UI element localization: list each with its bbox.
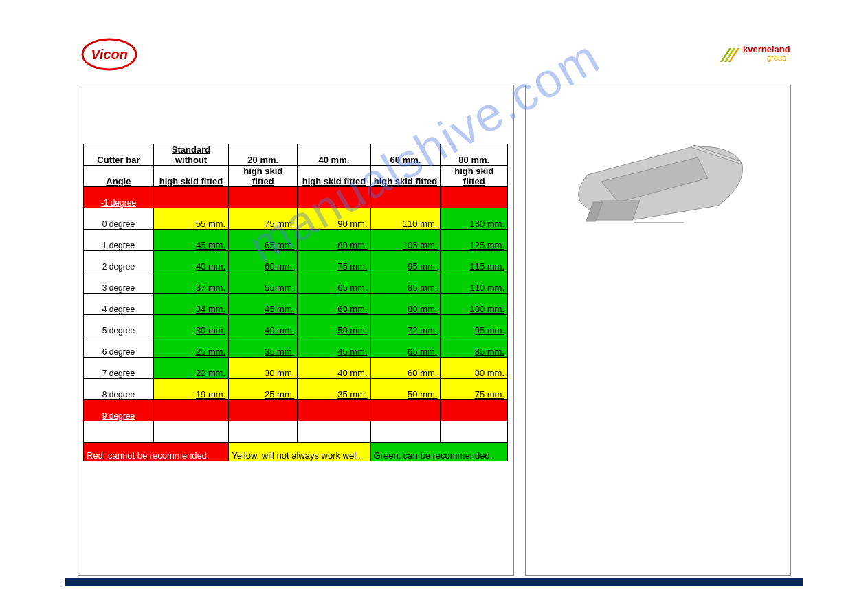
value-cell: 80 mm. [298, 230, 370, 251]
value-cell [153, 187, 228, 208]
value-cell: 75 mm. [441, 379, 508, 400]
value-cell: 22 mm. [153, 358, 228, 379]
table-panel: Cutter bar Standard without 20 mm. 40 mm… [78, 85, 514, 576]
angle-cell: 5 degree [84, 315, 154, 336]
table-row: 3 degree37 mm.55 mm.65 mm.85 mm.110 mm. [84, 272, 508, 294]
value-cell: 55 mm. [153, 208, 228, 230]
value-cell: 110 mm. [441, 272, 508, 294]
value-cell: 30 mm. [153, 315, 228, 336]
value-cell: 85 mm. [370, 272, 441, 294]
cutter-bar-table: Cutter bar Standard without 20 mm. 40 mm… [83, 144, 508, 461]
value-cell [370, 400, 441, 421]
value-cell: 35 mm. [298, 379, 370, 400]
angle-cell: 6 degree [84, 336, 154, 358]
value-cell [441, 400, 508, 421]
value-cell: 25 mm. [153, 336, 228, 358]
value-cell: 65 mm. [370, 336, 441, 358]
legend-red: Red, cannot be recommended. [84, 443, 229, 461]
value-cell: 85 mm. [441, 336, 508, 358]
value-cell: 50 mm. [298, 315, 370, 336]
hdr-cutter-bar: Cutter bar [84, 144, 154, 166]
angle-cell: 7 degree [84, 358, 154, 379]
value-cell: 110 mm. [370, 208, 441, 230]
value-cell: 65 mm. [229, 230, 298, 251]
angle-cell: -1 degree [84, 187, 154, 208]
value-cell [298, 400, 370, 421]
value-cell: 35 mm. [229, 336, 298, 358]
value-cell: 90 mm. [298, 208, 370, 230]
value-cell: 75 mm. [229, 208, 298, 230]
table-header-1: Cutter bar Standard without 20 mm. 40 mm… [84, 144, 508, 166]
footer-bar [65, 578, 803, 586]
value-cell: 95 mm. [441, 315, 508, 336]
value-cell: 65 mm. [298, 272, 370, 294]
value-cell: 72 mm. [370, 315, 441, 336]
table-row: -1 degree [84, 187, 508, 208]
table-row: 0 degree55 mm.75 mm.90 mm.110 mm.130 mm. [84, 208, 508, 230]
vicon-logo: Vicon [81, 38, 137, 74]
hdr-60: 60 mm. [370, 144, 441, 166]
value-cell: 50 mm. [370, 379, 441, 400]
value-cell [298, 187, 370, 208]
table-row: 5 degree30 mm.40 mm.50 mm.72 mm.95 mm. [84, 315, 508, 336]
hdr-skid-4: high skid fitted [441, 166, 508, 187]
value-cell: 60 mm. [298, 294, 370, 315]
angle-cell: 3 degree [84, 272, 154, 294]
hdr-standard: Standard without [153, 144, 228, 166]
angle-cell: 0 degree [84, 208, 154, 230]
value-cell [153, 400, 228, 421]
value-cell: 40 mm. [229, 315, 298, 336]
value-cell: 130 mm. [441, 208, 508, 230]
legend-yellow: Yellow, will not always work well. [229, 443, 370, 461]
kverneland-logo-sub: group [767, 54, 786, 62]
value-cell: 80 mm. [441, 358, 508, 379]
value-cell [229, 187, 298, 208]
value-cell: 25 mm. [229, 379, 298, 400]
value-cell: 60 mm. [229, 251, 298, 272]
legend-row: Red, cannot be recommended. Yellow, will… [84, 443, 508, 461]
hdr-skid-3: high skid fitted [370, 166, 441, 187]
value-cell: 45 mm. [298, 336, 370, 358]
value-cell: 30 mm. [229, 358, 298, 379]
value-cell: 60 mm. [370, 358, 441, 379]
table-row: 1 degree45 mm.65 mm.80 mm.105 mm.125 mm. [84, 230, 508, 251]
value-cell: 115 mm. [441, 251, 508, 272]
value-cell: 105 mm. [370, 230, 441, 251]
value-cell: 34 mm. [153, 294, 228, 315]
value-cell: 37 mm. [153, 272, 228, 294]
angle-cell: 2 degree [84, 251, 154, 272]
table-row: 4 degree34 mm.45 mm.60 mm.80 mm.100 mm. [84, 294, 508, 315]
hdr-20: 20 mm. [229, 144, 298, 166]
value-cell: 19 mm. [153, 379, 228, 400]
angle-cell: 8 degree [84, 379, 154, 400]
value-cell [370, 187, 441, 208]
value-cell: 45 mm. [153, 230, 228, 251]
value-cell: 55 mm. [229, 272, 298, 294]
hdr-skid-1: high skid fitted [229, 166, 298, 187]
hdr-40: 40 mm. [298, 144, 370, 166]
angle-cell: 4 degree [84, 294, 154, 315]
angle-cell: 9 degree [84, 400, 154, 421]
skid-illustration [553, 127, 759, 239]
table-row: 6 degree25 mm.35 mm.45 mm.65 mm.85 mm. [84, 336, 508, 358]
value-cell: 100 mm. [441, 294, 508, 315]
value-cell: 75 mm. [298, 251, 370, 272]
hdr-skid-2: high skid fitted [298, 166, 370, 187]
hdr-80: 80 mm. [441, 144, 508, 166]
value-cell: 95 mm. [370, 251, 441, 272]
table-row: 7 degree22 mm.30 mm.40 mm.60 mm.80 mm. [84, 358, 508, 379]
table-header-2: Angle high skid fitted high skid fitted … [84, 166, 508, 187]
value-cell [441, 187, 508, 208]
value-cell: 45 mm. [229, 294, 298, 315]
value-cell [229, 400, 298, 421]
table-row: 9 degree [84, 400, 508, 421]
value-cell: 40 mm. [298, 358, 370, 379]
legend-green: Green, can be recommended. [370, 443, 507, 461]
table-row: 8 degree19 mm.25 mm.35 mm.50 mm.75 mm. [84, 379, 508, 400]
hdr-skid-0: high skid fitted [153, 166, 228, 187]
page: Vicon kverneland group Cutter bar Standa… [0, 0, 868, 614]
table-row: 2 degree40 mm.60 mm.75 mm.95 mm.115 mm. [84, 251, 508, 272]
kverneland-logo-text: kverneland [743, 44, 790, 54]
hdr-angle: Angle [84, 166, 154, 187]
angle-cell: 1 degree [84, 230, 154, 251]
